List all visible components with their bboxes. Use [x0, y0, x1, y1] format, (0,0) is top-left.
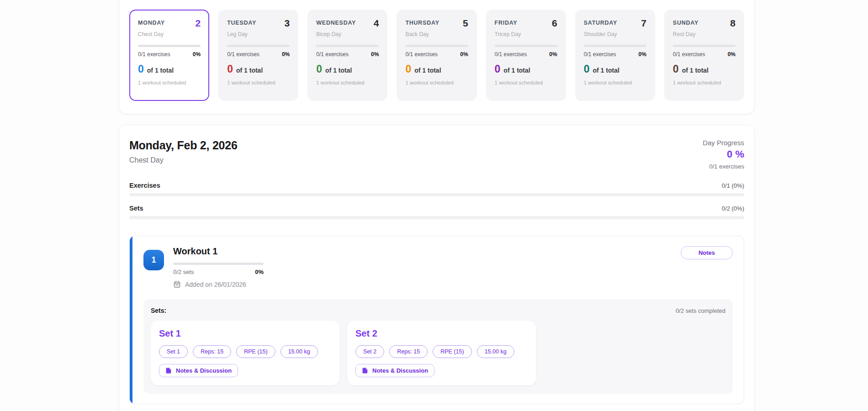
- day-card-header: THURSDAY 5: [405, 18, 468, 29]
- day-name: MONDAY: [138, 18, 165, 26]
- set-title: Set 2: [355, 328, 528, 339]
- day-number: 7: [641, 18, 646, 29]
- day-progress-bar: [316, 45, 379, 47]
- day-subtitle: Rest Day: [673, 31, 736, 37]
- set-pill[interactable]: RPE (15): [236, 345, 275, 358]
- day-progress-bar: [138, 45, 201, 47]
- day-total-count: 0: [316, 63, 322, 75]
- day-total-count: 0: [405, 63, 411, 75]
- set-pill[interactable]: Set 2: [355, 345, 384, 358]
- day-exercises-count: 0/1 exercises: [495, 51, 527, 58]
- day-subtitle: Leg Day: [227, 31, 290, 37]
- day-detail-title: Monday, Feb 2, 2026: [129, 139, 238, 152]
- day-card-header: SATURDAY 7: [584, 18, 646, 29]
- set-pill-row: Set 2Reps: 15RPE (15)15.00 kg: [355, 345, 528, 358]
- workout-number-badge: 1: [143, 250, 164, 270]
- progress-row-value: 0/1 (0%): [722, 182, 744, 189]
- workout-header-left: 1 Workout 1 0/2 sets 0%: [143, 246, 264, 288]
- notes-discussion-button[interactable]: Notes & Discussion: [355, 364, 434, 377]
- set-pill[interactable]: Reps: 15: [389, 345, 428, 358]
- day-name: SUNDAY: [673, 18, 699, 26]
- day-card[interactable]: SATURDAY 7 Shoulder Day 0/1 exercises 0%…: [575, 10, 655, 101]
- calendar-icon: [173, 280, 181, 288]
- day-stats: 0/1 exercises 0%: [584, 51, 646, 58]
- day-stats: 0/1 exercises 0%: [138, 51, 201, 58]
- day-subtitle: Shoulder Day: [584, 31, 646, 37]
- day-card-header: MONDAY 2: [138, 18, 201, 29]
- day-detail-titles: Monday, Feb 2, 2026 Chest Day: [129, 139, 238, 164]
- day-total-suffix: of 1 total: [593, 67, 619, 74]
- day-card[interactable]: FRIDAY 6 Tricep Day 0/1 exercises 0% 0 o…: [486, 10, 566, 101]
- day-stats: 0/1 exercises 0%: [316, 51, 379, 58]
- day-name: FRIDAY: [495, 18, 518, 26]
- day-total-suffix: of 1 total: [236, 67, 263, 74]
- day-percent: 0%: [639, 51, 646, 58]
- day-number: 4: [374, 18, 379, 29]
- workout-card: 1 Workout 1 0/2 sets 0%: [129, 236, 744, 404]
- day-progress-bar: [673, 45, 736, 47]
- day-card[interactable]: TUESDAY 3 Leg Day 0/1 exercises 0% 0 of …: [218, 10, 298, 101]
- day-total: 0 of 1 total: [227, 63, 290, 75]
- day-card[interactable]: THURSDAY 5 Back Day 0/1 exercises 0% 0 o…: [397, 10, 476, 101]
- notes-discussion-label: Notes & Discussion: [176, 367, 232, 374]
- day-progress-bar: [584, 45, 646, 47]
- day-scheduled: 1 workout scheduled: [495, 80, 557, 85]
- set-pill[interactable]: Set 1: [159, 345, 188, 358]
- notes-discussion-button[interactable]: Notes & Discussion: [159, 364, 238, 377]
- day-number: 3: [285, 18, 290, 29]
- day-card-header: TUESDAY 3: [227, 18, 290, 29]
- day-scheduled: 1 workout scheduled: [405, 80, 468, 85]
- day-stats: 0/1 exercises 0%: [227, 51, 290, 58]
- day-detail-panel: Monday, Feb 2, 2026 Chest Day Day Progre…: [119, 125, 755, 411]
- day-percent: 0%: [282, 51, 290, 58]
- set-pill[interactable]: Reps: 15: [193, 345, 231, 358]
- day-stats: 0/1 exercises 0%: [405, 51, 468, 58]
- day-name: TUESDAY: [227, 18, 256, 26]
- day-exercises-count: 0/1 exercises: [138, 51, 170, 58]
- day-exercises-count: 0/1 exercises: [673, 51, 705, 58]
- day-card-header: WEDNESDAY 4: [316, 18, 379, 29]
- day-exercises-count: 0/1 exercises: [405, 51, 438, 58]
- sets-label: Sets:: [151, 307, 166, 314]
- day-number: 5: [463, 18, 468, 29]
- day-total: 0 of 1 total: [495, 63, 557, 75]
- day-progress-label: Day Progress: [703, 139, 744, 147]
- day-total: 0 of 1 total: [673, 63, 736, 75]
- day-scheduled: 1 workout scheduled: [673, 80, 736, 85]
- day-scheduled: 1 workout scheduled: [316, 80, 379, 85]
- set-pill[interactable]: 15.00 kg: [281, 345, 318, 358]
- day-card-header: SUNDAY 8: [673, 18, 736, 29]
- day-total: 0 of 1 total: [405, 63, 468, 75]
- progress-row-value: 0/2 (0%): [722, 205, 744, 212]
- progress-rows: Exercises 0/1 (0%) Sets 0/2 (0%): [129, 182, 744, 219]
- day-total-suffix: of 1 total: [147, 67, 174, 74]
- day-card[interactable]: MONDAY 2 Chest Day 0/1 exercises 0% 0 of…: [129, 10, 209, 101]
- day-total: 0 of 1 total: [584, 63, 646, 75]
- workout-accent-bar: [130, 236, 132, 404]
- progress-row-header: Exercises 0/1 (0%): [129, 182, 744, 189]
- day-detail-header: Monday, Feb 2, 2026 Chest Day Day Progre…: [129, 139, 744, 170]
- day-card[interactable]: WEDNESDAY 4 Bicep Day 0/1 exercises 0% 0…: [307, 10, 387, 101]
- document-icon: [165, 367, 172, 374]
- day-number: 6: [552, 18, 557, 29]
- set-pill[interactable]: 15.00 kg: [477, 345, 514, 358]
- workout-sets-percent: 0%: [255, 269, 264, 275]
- day-progress-summary: Day Progress 0 % 0/1 exercises: [703, 139, 744, 170]
- day-total-suffix: of 1 total: [503, 67, 530, 74]
- day-percent: 0%: [460, 51, 468, 58]
- notes-button[interactable]: Notes: [681, 246, 733, 259]
- day-number: 8: [730, 18, 736, 29]
- day-total-suffix: of 1 total: [414, 67, 441, 74]
- day-percent: 0%: [193, 51, 201, 58]
- set-title: Set 1: [159, 328, 331, 339]
- day-total-count: 0: [138, 63, 144, 75]
- progress-row-label: Sets: [129, 205, 143, 212]
- day-card[interactable]: SUNDAY 8 Rest Day 0/1 exercises 0% 0 of …: [664, 10, 744, 101]
- set-pill[interactable]: RPE (15): [433, 345, 471, 358]
- day-subtitle: Back Day: [405, 31, 468, 37]
- day-exercises-count: 0/1 exercises: [316, 51, 349, 58]
- day-total-count: 0: [495, 63, 501, 75]
- day-name: THURSDAY: [405, 18, 439, 26]
- day-progress-value: 0 %: [703, 148, 744, 160]
- day-percent: 0%: [728, 51, 736, 58]
